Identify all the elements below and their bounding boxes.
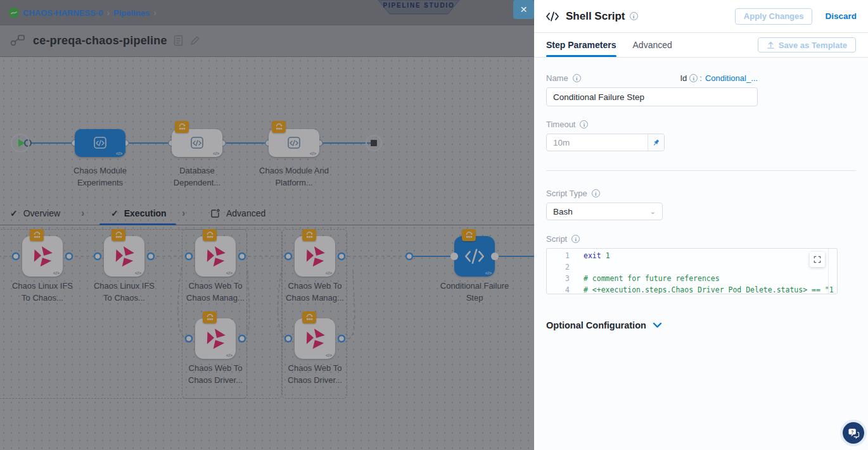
code-line: 3 # comment for future references [547,273,837,284]
name-label-text: Name [546,73,568,83]
panel-title: Shell Script [566,10,625,23]
pin-icon [652,139,660,147]
tab-advanced-panel[interactable]: Advanced [633,33,672,57]
info-icon[interactable] [571,235,580,243]
script-label-text: Script [546,234,567,244]
id-value-link[interactable]: Conditional_... [705,73,758,83]
shell-script-icon [546,11,559,22]
svg-text:?: ? [850,429,853,434]
id-label: Id [680,73,687,83]
code-token: # <+execution.steps.Chaos_Driver_Pod_Del… [584,284,834,294]
line-number: 4 [547,284,570,294]
id-separator: : [699,73,702,83]
code-line: 1 exit 1 [547,250,837,261]
apply-changes-button[interactable]: Apply Changes [735,8,813,25]
save-as-template-label: Save as Template [779,41,847,50]
script-type-select[interactable]: Bash ⌄ [546,203,663,220]
code-line: 2 [547,261,837,273]
optional-configuration-label: Optional Configuration [546,320,646,330]
panel-tabs: Step Parameters Advanced Save as Templat… [534,33,868,58]
script-label: Script [546,234,860,244]
code-token: exit [584,251,601,260]
code-line: 4 # <+execution.steps.Chaos_Driver_Pod_D… [547,284,837,294]
chevron-down-icon [653,322,662,328]
timeout-label-text: Timeout [546,120,575,129]
info-icon[interactable] [630,12,638,20]
info-icon[interactable] [689,74,698,82]
step-id: Id : Conditional_... [680,73,758,83]
script-type-value: Bash [553,207,573,216]
help-chat-button[interactable]: ? [843,422,864,444]
timeout-input[interactable] [546,134,665,151]
save-as-template-button[interactable]: Save as Template [758,37,856,53]
close-panel-button[interactable] [513,0,534,19]
info-icon[interactable] [573,74,581,82]
expand-editor-button[interactable] [810,252,825,267]
script-code-editor[interactable]: 1 exit 1 2 3 # comment for future refere… [546,248,838,294]
code-token: 1 [601,251,610,260]
upload-icon [767,41,775,49]
fixed-value-pin-button[interactable] [648,134,664,151]
discard-button[interactable]: Discard [825,11,857,21]
info-icon[interactable] [580,120,588,128]
step-parameters-form: Name Id : Conditional_... Timeout [534,58,868,450]
fullscreen-icon [814,256,821,263]
editor-scrollbar[interactable] [828,249,829,294]
name-input[interactable] [546,87,758,106]
line-number: 1 [547,250,570,261]
info-icon[interactable] [592,189,600,197]
script-type-label: Script Type [546,189,860,198]
script-type-label-text: Script Type [546,189,587,198]
code-token: # comment for future references [584,273,720,284]
line-number: 3 [547,273,570,284]
line-number: 2 [547,261,570,273]
chevron-down-icon: ⌄ [650,208,656,216]
pipeline-studio-screen: CHAOS-HARNESS-0 › Pipelines › PIPELINE S… [0,0,868,450]
chat-question-icon: ? [848,428,860,439]
optional-configuration-toggle[interactable]: Optional Configuration [546,320,860,330]
panel-header: Shell Script Apply Changes Discard [534,0,868,33]
tab-step-parameters[interactable]: Step Parameters [546,33,616,57]
name-label: Name [546,73,581,83]
step-config-panel: Shell Script Apply Changes Discard Step … [534,0,868,450]
dim-overlay [0,0,534,450]
section-divider [546,170,856,171]
timeout-label: Timeout [546,120,860,129]
